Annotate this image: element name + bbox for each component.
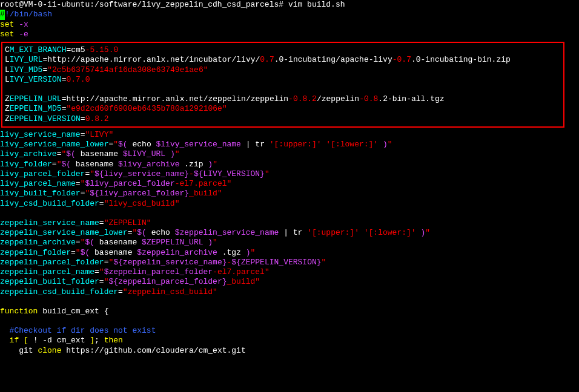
zeppelin-parcel-folder: zeppelin_parcel_folder="${zeppelin_servi… <box>0 258 579 267</box>
livy-version: LIVY_VERSION=0.7.0 <box>5 75 561 85</box>
livy-parcel-name: livy_parcel_name="$livy_parcel_folder-el… <box>0 179 579 189</box>
zeppelin-folder: zeppelin_folder="$( basename $zeppelin_a… <box>0 248 579 258</box>
zeppelin-archive: zeppelin_archive="$( basename $ZEPPELIN_… <box>0 238 579 247</box>
livy-md5: LIVY_MD5="2c5b63757414af16da308e63749e1a… <box>5 65 561 75</box>
cm-ext-branch: CM_EXT_BRANCH=cm5-5.15.0 <box>5 45 561 55</box>
livy-csd-build-folder: livy_csd_build_folder="livy_csd_build" <box>0 199 579 209</box>
set-e-line: set -e <box>0 30 579 39</box>
git-clone-line: git clone https://github.com/cloudera/cm… <box>0 346 579 356</box>
livy-built-folder: livy_built_folder="${livy_parcel_folder}… <box>0 189 579 198</box>
highlight-box: CM_EXT_BRANCH=cm5-5.15.0 LIVY_URL=http:/… <box>1 42 564 128</box>
zeppelin-url: ZEPPELIN_URL=http://apache.mirror.anlx.n… <box>5 94 561 104</box>
zeppelin-service-name: zeppelin_service_name="ZEPPELIN" <box>0 218 579 228</box>
zeppelin-service-name-lower: zeppelin_service_name_lower="$( echo $ze… <box>0 228 579 238</box>
shebang-line: #!/bin/bash <box>0 10 579 19</box>
set-x-line: set -x <box>0 20 579 30</box>
livy-folder: livy_folder="$( basename $livy_archive .… <box>0 160 579 169</box>
cursor: # <box>0 10 5 19</box>
livy-url: LIVY_URL=http://apache.mirror.anlx.net/i… <box>5 55 561 65</box>
function-decl: function build_cm_ext { <box>0 307 579 316</box>
comment-checkout: #Checkout if dir does not exist <box>0 326 579 336</box>
zeppelin-built-folder: zeppelin_built_folder="${zeppelin_parcel… <box>0 277 579 287</box>
terminal-prompt: root@VM-0-11-ubuntu:/software/livy_zeppe… <box>0 0 579 10</box>
zeppelin-csd-build-folder: zeppelin_csd_build_folder="zeppelin_csd_… <box>0 287 579 297</box>
livy-service-name: livy_service_name="LIVY" <box>0 130 579 140</box>
livy-archive: livy_archive="$( basename $LIVY_URL )" <box>0 149 579 159</box>
if-line: if [ ! -d cm_ext ]; then <box>0 336 579 345</box>
zeppelin-version: ZEPPELIN_VERSION=0.8.2 <box>5 114 561 124</box>
zeppelin-parcel-name: zeppelin_parcel_name="$zeppelin_parcel_f… <box>0 267 579 277</box>
livy-service-name-lower: livy_service_name_lower="$( echo $livy_s… <box>0 140 579 149</box>
livy-parcel-folder: livy_parcel_folder="${livy_service_name}… <box>0 169 579 179</box>
zeppelin-md5: ZEPPELIN_MD5="e9d2cd60f6900eb6435b780a12… <box>5 104 561 114</box>
